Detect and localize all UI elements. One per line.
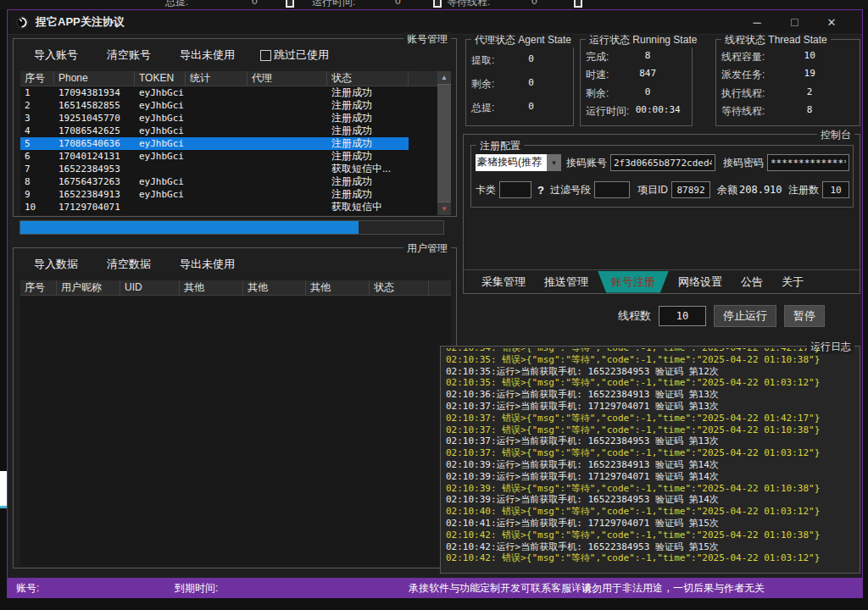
skip-used-checkbox[interactable]: 跳过已使用 xyxy=(260,47,329,63)
status-item: 总提: 0 xyxy=(471,101,568,115)
cell-proxy xyxy=(248,125,327,137)
balance-label: 余额 xyxy=(717,183,737,197)
import-accounts-button[interactable]: 导入账号 xyxy=(31,46,81,64)
cell-stat xyxy=(186,150,248,163)
code-password-label: 接码密码 xyxy=(723,156,764,170)
cell-proxy xyxy=(248,150,327,163)
column-header: 代理 xyxy=(248,71,327,86)
scrollbar-thumb[interactable] xyxy=(437,84,451,202)
account-table-header: 序号PhoneTOKEN统计代理状态 xyxy=(20,71,437,86)
table-row[interactable]: 6 17040124131 eyJhbGci... 注册成功 xyxy=(20,150,437,163)
import-data-button[interactable]: 导入数据 xyxy=(31,255,81,274)
tab[interactable]: 账号注册 xyxy=(598,271,669,293)
status-item: 剩余: 0 xyxy=(471,77,568,92)
minimize-button[interactable]: ─ xyxy=(738,16,776,29)
clear-data-button[interactable]: 清空数据 xyxy=(103,255,154,274)
project-id-label: 项目ID xyxy=(637,183,668,197)
titlebar: 捏它APP关注协议 ─ ✕ xyxy=(8,10,862,35)
cell-filler xyxy=(409,99,437,112)
cell-proxy xyxy=(248,188,327,201)
column-header: 状态 xyxy=(327,71,409,86)
agent-state-panel: 代理状态 Agent State 提取: 0 剩余: 0 总提: xyxy=(465,39,574,126)
cell-proxy xyxy=(248,201,327,214)
status-item: 时速: 847 xyxy=(586,68,687,82)
tab[interactable]: 公告 xyxy=(732,271,772,293)
account-table-scrollbar[interactable]: ▲ ▼ xyxy=(437,71,451,215)
user-table-header: 序号用户昵称UID其他其他其他状态 xyxy=(20,280,451,296)
table-row[interactable]: 1 17094381934 eyJhbGci... 注册成功 xyxy=(20,86,437,99)
status-item: 提取: 0 xyxy=(471,53,568,68)
cell-status: 注册成功 xyxy=(327,150,409,163)
account-toolbar: 导入账号 清空账号 导出未使用 跳过已使用 xyxy=(31,46,329,64)
notice-text-right: 请勿用于非法用途，一切后果与作者无关 xyxy=(581,581,765,596)
log-line: 02:10:42: 错误>{"msg":"等待","code":-1,"time… xyxy=(446,552,856,564)
code-account-label: 接码账号 xyxy=(566,156,607,170)
table-row[interactable]: 3 19251045770 eyJhbGci... 注册成功 xyxy=(20,112,437,125)
table-row[interactable]: 10 17129704071 获取短信中 xyxy=(20,201,437,214)
cell-no: 8 xyxy=(20,175,54,188)
project-id-input[interactable] xyxy=(671,181,710,198)
tab[interactable]: 关于 xyxy=(772,271,813,293)
notice-text-left: 承接软件与功能定制开发可联系客服详谈 xyxy=(409,581,592,596)
table-row[interactable]: 7 16522384953 获取短信中... xyxy=(20,163,437,175)
code-provider-value: 豪猪接码(推荐 xyxy=(476,154,547,171)
export-unused-accounts-button[interactable]: 导出未使用 xyxy=(176,46,238,64)
table-row[interactable]: 8 16756437263 eyJhbGci... 注册成功 xyxy=(20,175,437,188)
code-account-input[interactable] xyxy=(610,154,715,171)
cell-phone: 19251045770 xyxy=(54,112,135,125)
cell-status: 获取短信中... xyxy=(327,163,409,175)
scroll-down-icon[interactable]: ▼ xyxy=(437,202,451,215)
register-config-title: 注册配置 xyxy=(476,139,524,153)
pause-button[interactable]: 暂停 xyxy=(784,305,825,327)
cell-filler xyxy=(409,86,437,99)
reg-count-label: 注册数 xyxy=(788,183,819,197)
cell-stat xyxy=(186,163,248,175)
account-status-label: 账号: xyxy=(16,581,39,596)
code-provider-dropdown[interactable]: 豪猪接码(推荐 ▼ xyxy=(476,154,561,171)
log-line: 02:10:37:运行>当前获取手机: 17129704071 验证码 第13次 xyxy=(446,401,856,413)
cell-phone: 17040124131 xyxy=(54,150,135,163)
cell-filler xyxy=(409,201,437,214)
column-header: 其他 xyxy=(180,280,243,295)
maximize-button[interactable] xyxy=(776,19,813,26)
help-icon[interactable]: ? xyxy=(537,184,544,197)
cell-filler xyxy=(409,112,437,125)
stop-run-button[interactable]: 停止运行 xyxy=(714,305,776,327)
cell-token: eyJhbGci... xyxy=(135,112,186,125)
cell-phone: 17094381934 xyxy=(54,86,135,99)
log-line: 02:10:35: 错误>{"msg":"等待","code":-1,"time… xyxy=(446,354,856,366)
tab[interactable]: 采集管理 xyxy=(472,271,535,293)
status-item: 运行时间: 00:00:34 xyxy=(586,104,687,119)
code-password-input[interactable] xyxy=(767,154,849,171)
chevron-down-icon[interactable]: ▼ xyxy=(547,154,561,171)
status-item: 剩余: 0 xyxy=(586,86,687,101)
table-row[interactable]: 9 16522384913 eyJhbGci... 注册成功 xyxy=(20,188,437,201)
tab[interactable]: 推送管理 xyxy=(535,271,598,293)
thread-count-input[interactable] xyxy=(659,306,706,326)
log-viewport[interactable]: 02:10:34: 错误>{"msg":"等待","code":-1,"time… xyxy=(446,348,856,571)
table-row[interactable]: 5 17086540636 eyJhbGci... 注册成功 xyxy=(20,137,437,150)
scroll-up-icon[interactable]: ▲ xyxy=(437,71,451,84)
checkbox-box[interactable] xyxy=(260,50,271,61)
status-item: 执行线程: 2 xyxy=(721,86,854,101)
cell-token xyxy=(135,201,186,214)
filter-segment-input[interactable] xyxy=(594,181,630,198)
cell-status: 获取短信中 xyxy=(327,201,409,214)
cell-proxy xyxy=(248,175,327,188)
clear-accounts-button[interactable]: 清空账号 xyxy=(103,46,154,64)
close-button[interactable]: ✕ xyxy=(813,16,850,29)
tab[interactable]: 网络设置 xyxy=(669,271,732,293)
thread-controls: 线程数 停止运行 暂停 xyxy=(618,304,825,327)
cell-proxy xyxy=(248,86,327,99)
table-row[interactable]: 2 16514582855 eyJhbGci... 注册成功 xyxy=(20,99,437,112)
table-row[interactable]: 4 17086542625 eyJhbGci... 注册成功 xyxy=(20,125,437,137)
cell-proxy xyxy=(248,112,327,125)
card-type-input[interactable] xyxy=(499,181,531,198)
reg-count-input[interactable] xyxy=(822,181,849,198)
status-item: 派发任务: 19 xyxy=(721,68,854,82)
log-line: 02:10:42:运行>当前获取手机: 16522384953 验证码 第15次 xyxy=(446,541,856,553)
export-unused-data-button[interactable]: 导出未使用 xyxy=(176,255,238,274)
column-header: 序号 xyxy=(20,280,57,295)
expire-time-label: 到期时间: xyxy=(175,581,218,596)
fragment-value: 0 xyxy=(252,0,258,7)
